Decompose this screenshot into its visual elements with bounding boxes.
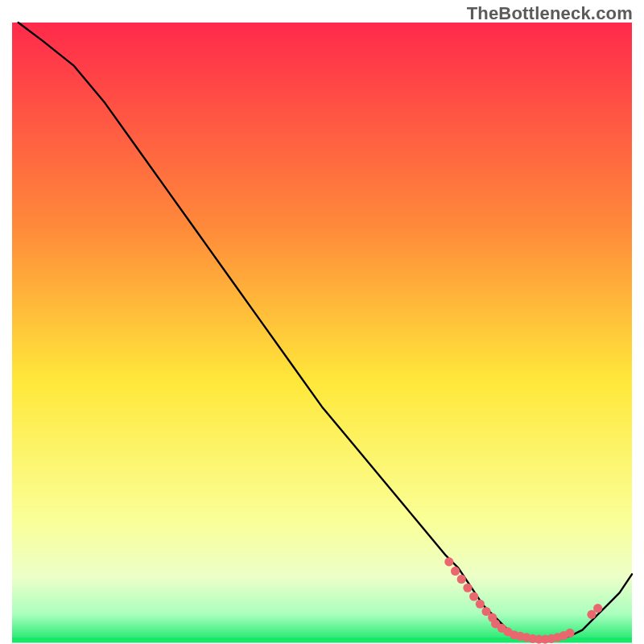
highlight-dot [469,592,478,601]
watermark-text: TheBottleneck.com [467,3,633,24]
highlight-dot [457,575,466,584]
highlight-dot [476,600,485,609]
highlight-dot [444,557,453,566]
bottleneck-chart [0,0,644,644]
chart-stage: TheBottleneck.com [0,0,644,644]
highlight-dot [565,629,574,638]
highlight-dot [451,567,460,576]
highlight-dot [593,604,602,613]
highlight-dot [463,584,472,592]
